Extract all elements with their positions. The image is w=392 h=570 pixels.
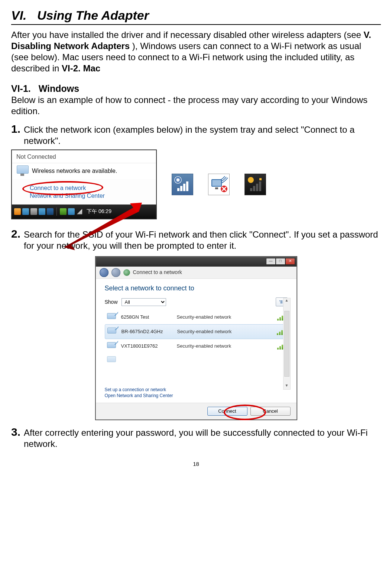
network-icon <box>107 328 118 336</box>
subsection-lead: Below is an example of how to connect - … <box>11 94 381 117</box>
tray-app-icon[interactable] <box>39 208 45 215</box>
network-name: 6258GN Test <box>121 314 173 320</box>
scroll-down-icon[interactable]: ▼ <box>284 383 290 389</box>
dialog-bottom-links: Set up a connection or network Open Netw… <box>105 387 173 399</box>
network-security: Security-enabled network <box>177 343 273 349</box>
scrollbar[interactable]: ▲ ▼ <box>283 298 291 390</box>
network-name: BR-6675nD2.4GHz <box>122 329 174 335</box>
connect-network-dialog: — □ ✕ Connect to a network Select a netw… <box>95 257 297 420</box>
scroll-thumb[interactable] <box>284 311 289 377</box>
tray-network-icon[interactable] <box>76 208 83 215</box>
svg-rect-3 <box>180 186 182 191</box>
subsection-heading: VI-1. Windows <box>11 83 381 94</box>
section-number: VI. <box>11 8 27 22</box>
network-icon <box>107 313 117 321</box>
step-text: After correctly entering your password, … <box>22 425 381 450</box>
intro-text: After you have installed the driver and … <box>11 30 364 40</box>
network-list: 6258GN Test Security-enabled network BR-… <box>105 310 288 367</box>
tray-app-icon[interactable] <box>22 208 29 215</box>
intro-bold-ref: VI-2. Mac <box>62 63 100 73</box>
step-1: 1. Click the network icon (examples belo… <box>11 122 381 146</box>
red-highlight-oval <box>224 405 266 420</box>
svg-rect-14 <box>259 181 261 191</box>
network-security: Security-enabled network <box>177 329 273 335</box>
section-rule <box>11 24 381 25</box>
tray-app-icon[interactable] <box>30 208 37 215</box>
tray-app-icon[interactable] <box>60 208 67 215</box>
tray-app-icon[interactable] <box>14 208 21 215</box>
show-dropdown[interactable]: All <box>122 298 166 306</box>
signal-asterisk-icon[interactable] <box>172 174 193 195</box>
dialog-button-bar: Connect Cancel <box>96 403 297 419</box>
svg-rect-8 <box>212 180 221 186</box>
svg-rect-4 <box>183 184 185 191</box>
network-icon <box>107 342 117 350</box>
taskbar: 下午 06:29 <box>12 205 156 219</box>
close-button[interactable]: ✕ <box>285 258 295 265</box>
step-3: 3. After correctly entering your passwor… <box>11 425 381 450</box>
dialog-titlebar: — □ ✕ <box>96 257 297 267</box>
maximize-button[interactable]: □ <box>276 258 285 265</box>
intro-paragraph: After you have installed the driver and … <box>11 29 381 74</box>
step-number: 2. <box>11 227 22 241</box>
popup-status: Not Connected <box>12 150 156 163</box>
popup-links: Connect to a network Network and Sharing… <box>12 179 156 205</box>
scroll-up-icon[interactable]: ▲ <box>284 298 290 304</box>
popup-available-row: Wireless networks are available. <box>12 163 156 179</box>
svg-rect-9 <box>215 187 218 189</box>
svg-rect-5 <box>186 181 188 191</box>
step-2: 2. Search for the SSID of your Wi-Fi net… <box>11 227 381 251</box>
dialog-title: Select a network to connect to <box>105 284 288 293</box>
step-number: 1. <box>11 122 22 136</box>
dialog-breadcrumb: Connect to a network <box>96 267 297 279</box>
show-label: Show <box>105 299 118 306</box>
setup-connection-link[interactable]: Set up a connection or network <box>105 387 173 393</box>
tray-app-icon[interactable] <box>47 208 54 215</box>
nav-forward-button[interactable] <box>111 268 120 277</box>
step-text: Click the network icon (examples below) … <box>22 122 381 146</box>
network-row-partial[interactable] <box>105 353 288 367</box>
section-heading: VI. Using The Adapter <box>11 7 381 23</box>
open-sharing-center-link[interactable]: Open Network and Sharing Center <box>105 393 173 399</box>
svg-rect-16 <box>259 178 262 180</box>
taskbar-clock: 下午 06:29 <box>87 208 111 215</box>
network-row[interactable]: VXT18001E9762 Security-enabled network <box>105 339 288 353</box>
subsection-title: Windows <box>39 83 80 94</box>
tray-divider <box>56 207 57 216</box>
network-row[interactable]: 6258GN Test Security-enabled network <box>105 310 288 324</box>
network-popup: Not Connected Wireless networks are avai… <box>11 149 157 219</box>
nav-back-button[interactable] <box>100 268 108 277</box>
signal-warn-icon[interactable] <box>244 174 266 195</box>
tray-icon-examples <box>172 174 266 195</box>
network-icon <box>107 356 117 364</box>
network-row-selected[interactable]: BR-6675nD2.4GHz Security-enabled network <box>105 324 288 339</box>
tray-app-icon[interactable] <box>68 208 75 215</box>
section-title: Using The Adapter <box>37 8 149 22</box>
step-number: 3. <box>11 425 22 439</box>
monitor-icon <box>16 165 29 177</box>
step-text: Search for the SSID of your Wi-Fi networ… <box>22 227 381 251</box>
network-security: Security-enabled network <box>177 314 273 320</box>
dialog-content: Select a network to connect to Show All … <box>96 279 297 419</box>
popup-available-text: Wireless networks are available. <box>32 167 117 175</box>
svg-rect-2 <box>177 188 179 191</box>
subsection-number: VI-1. <box>11 83 31 94</box>
show-filter-row: Show All <box>105 297 288 306</box>
monitor-x-icon[interactable] <box>208 174 230 195</box>
svg-rect-11 <box>250 188 252 191</box>
minimize-button[interactable]: — <box>266 258 276 265</box>
svg-rect-12 <box>253 186 255 191</box>
page-number: 18 <box>11 461 381 468</box>
svg-rect-13 <box>256 184 258 191</box>
figure-1: Not Connected Wireless networks are avai… <box>11 149 381 219</box>
svg-point-15 <box>248 177 254 183</box>
breadcrumb-text: Connect to a network <box>133 269 182 276</box>
globe-icon <box>123 269 130 276</box>
network-name: VXT18001E9762 <box>121 343 173 349</box>
